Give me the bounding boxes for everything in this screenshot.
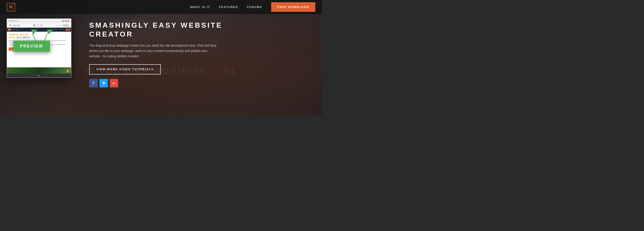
win-minimize[interactable]: − xyxy=(62,20,64,22)
hero-title-line1: SMASHINGLY EASY WEBSITE xyxy=(89,21,222,29)
facebook-button[interactable]: f xyxy=(89,79,98,88)
mockup-brand-name: MOBIRISE xyxy=(11,29,18,30)
main-content: Mobirise 2.8.7 − □ × index.html 📱 ⬜ xyxy=(0,14,322,116)
eye-icon[interactable]: 👁 xyxy=(56,24,58,26)
hamburger-icon[interactable] xyxy=(9,24,12,26)
style-italic[interactable]: I xyxy=(20,36,22,38)
style-bold[interactable]: B xyxy=(16,36,19,38)
app-mockup: Mobirise 2.8.7 − □ × index.html 📱 ⬜ xyxy=(7,18,71,78)
mockup-title: Mobirise 2.8.7 xyxy=(9,20,18,22)
style-bar: B I Roboto ▾ 21 xyxy=(16,36,30,38)
add-block-button[interactable]: + xyxy=(66,69,69,72)
mockup-app-nav: M MOBIRISE Mobile View HOME ABOUT CONTAC… xyxy=(7,28,71,32)
win-maximize[interactable]: □ xyxy=(65,20,67,22)
mockup-nav-about: ABOUT xyxy=(54,29,58,30)
logo-box: M xyxy=(7,3,15,11)
win-close[interactable]: × xyxy=(68,20,69,22)
cloud-icon[interactable]: ☁ xyxy=(59,24,61,26)
nav-forums[interactable]: FORUMS xyxy=(247,5,262,9)
hero-description: The drag-and-drop webpage creator lets y… xyxy=(89,43,218,59)
mockup-logo-small: M xyxy=(8,28,11,31)
toolbar-filename: index.html xyxy=(13,24,20,26)
scroll-down-icon[interactable]: ▼ xyxy=(38,74,40,77)
svg-line-6 xyxy=(15,4,15,4)
mockup-nav-home: HOME xyxy=(50,29,53,30)
preview-button-overlay[interactable]: PREVIEW xyxy=(14,41,50,52)
free-download-button[interactable]: FREE DOWNLOAD xyxy=(271,2,315,12)
mockup-heading: MOBIRISE WEBSITE BUILD B I Roboto ▾ 21 xyxy=(9,34,69,39)
svg-line-8 xyxy=(15,3,15,3)
mockup-mobile-label: Mobile View xyxy=(31,29,37,30)
mockup-nav-links: HOME ABOUT CONTACT xyxy=(50,29,70,30)
mockup-heading-line1: MOBIRISE WEBSITE xyxy=(9,34,69,36)
hero-text: SMASHINGLY EASY WEBSITE CREATOR The drag… xyxy=(80,18,315,88)
mobile-view-icon[interactable]: 📱 xyxy=(33,24,36,26)
nav-what-is-it[interactable]: WHAT IS IT xyxy=(190,5,210,9)
hero-title-line2: CREATOR xyxy=(89,30,133,38)
toolbar-left: index.html xyxy=(9,24,20,26)
social-buttons: f 𝐁 g+ xyxy=(89,79,315,88)
logo-sun-icon xyxy=(12,3,15,6)
twitter-icon: 𝐁 xyxy=(102,81,105,85)
logo[interactable]: M xyxy=(7,3,15,11)
nav-links: WHAT IS IT FEATURES FORUMS FREE DOWNLOAD xyxy=(190,2,315,12)
navbar: M WHAT IS IT FEATURES FORUMS FREE DOWNLO… xyxy=(0,0,322,14)
logo-letter: M xyxy=(9,5,13,9)
tablet-view-icon[interactable]: ⬜ xyxy=(37,24,39,26)
nav-features[interactable]: FEATURES xyxy=(219,5,238,9)
mockup-bottom-image: + xyxy=(7,67,71,74)
preview-button[interactable]: PREVIEW xyxy=(14,41,50,52)
mockup-heading-line2: BUILD B I Roboto ▾ 21 xyxy=(9,36,69,39)
mockup-titlebar: Mobirise 2.8.7 − □ × xyxy=(7,19,71,23)
hero-title: SMASHINGLY EASY WEBSITE CREATOR xyxy=(89,21,315,38)
googleplus-icon: g+ xyxy=(112,82,115,84)
view-tutorials-button[interactable]: VIEW MORE VIDEO TUTORIALS xyxy=(89,64,161,74)
svg-line-7 xyxy=(14,4,14,4)
toolbar-device-icons: 📱 ⬜ 🖥 xyxy=(33,24,42,26)
facebook-icon: f xyxy=(93,81,94,85)
publish-button[interactable]: Publish xyxy=(62,24,69,26)
nav-cta-btn xyxy=(66,29,70,30)
forest-background xyxy=(7,67,71,74)
scroll-down-bar: ▼ xyxy=(7,74,71,78)
mockup-toolbar: index.html 📱 ⬜ 🖥 👁 ☁ Publish xyxy=(7,23,71,28)
window-controls: − □ × xyxy=(62,20,69,22)
twitter-button[interactable]: 𝐁 xyxy=(100,79,108,88)
svg-line-5 xyxy=(14,3,14,3)
desktop-view-icon[interactable]: 🖥 xyxy=(40,24,42,26)
googleplus-button[interactable]: g+ xyxy=(110,79,118,88)
mockup-nav-contact: CONTACT xyxy=(59,29,64,30)
style-font-select[interactable]: Roboto ▾ 21 xyxy=(22,36,30,38)
